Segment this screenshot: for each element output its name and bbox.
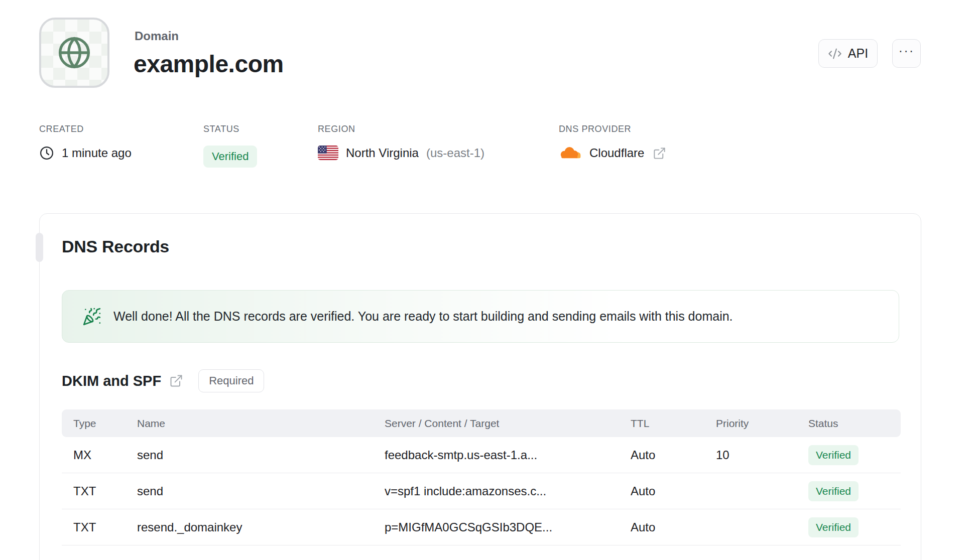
verified-badge: Verified <box>808 481 859 501</box>
page-kicker: Domain <box>135 29 179 43</box>
domain-avatar <box>39 18 109 88</box>
region-name: North Virginia <box>346 146 419 160</box>
cell-content: v=spf1 include:amazonses.c... <box>373 484 619 498</box>
column-header-ttl: TTL <box>619 417 704 430</box>
cell-status: Verified <box>797 481 901 501</box>
column-header-priority: Priority <box>704 417 797 430</box>
status-label: STATUS <box>203 124 257 134</box>
required-badge: Required <box>198 369 264 392</box>
cell-priority: 10 <box>704 448 797 462</box>
cell-ttl: Auto <box>619 448 704 462</box>
dns-table-body: MX send feedback-smtp.us-east-1.a... Aut… <box>62 437 901 545</box>
meta-status: STATUS Verified <box>203 124 257 168</box>
more-button[interactable]: ··· <box>892 39 921 68</box>
dkim-spf-title: DKIM and SPF <box>62 373 161 389</box>
created-label: CREATED <box>39 124 132 134</box>
region-label: REGION <box>318 124 484 134</box>
meta-dns-provider: DNS PROVIDER Cloudflar <box>559 124 666 161</box>
dkim-spf-section-header: DKIM and SPF Required <box>62 369 264 392</box>
api-button-label: API <box>848 46 868 61</box>
table-header-row: Type Name Server / Content / Target TTL … <box>62 409 901 437</box>
cell-ttl: Auto <box>619 520 704 534</box>
cell-content: feedback-smtp.us-east-1.a... <box>373 448 619 462</box>
dns-provider-label: DNS PROVIDER <box>559 124 666 134</box>
column-header-type: Type <box>62 417 126 430</box>
ellipsis-icon: ··· <box>899 43 915 59</box>
column-header-name: Name <box>126 417 373 430</box>
table-row[interactable]: TXT resend._domainkey p=MIGfMA0GCSqGSIb3… <box>62 509 901 545</box>
table-row[interactable]: MX send feedback-smtp.us-east-1.a... Aut… <box>62 437 901 473</box>
banner-message: Well done! All the DNS records are verif… <box>113 309 733 324</box>
section-indicator-pill <box>36 233 43 262</box>
verified-badge: Verified <box>808 445 859 465</box>
created-value: 1 minute ago <box>62 146 132 160</box>
cell-name: send <box>126 484 373 498</box>
cell-content: p=MIGfMA0GCSqGSIb3DQE... <box>373 520 619 534</box>
verified-badge: Verified <box>808 517 859 537</box>
code-icon <box>828 47 842 61</box>
status-badge: Verified <box>203 146 257 168</box>
external-link-icon[interactable] <box>653 147 666 160</box>
meta-created: CREATED 1 minute ago <box>39 124 132 161</box>
dns-provider-name: Cloudflare <box>589 146 644 160</box>
page-title: example.com <box>134 50 284 78</box>
external-link-icon[interactable] <box>169 374 183 388</box>
api-button[interactable]: API <box>818 39 878 68</box>
cell-name: send <box>126 448 373 462</box>
success-banner: Well done! All the DNS records are verif… <box>62 290 899 343</box>
clock-icon <box>39 146 54 161</box>
dns-records-card: DNS Records Well done! All the DNS recor… <box>39 213 921 560</box>
meta-region: REGION <box>318 124 484 160</box>
domain-detail-page: Domain example.com API ··· CREATED 1 min… <box>0 0 976 560</box>
table-row[interactable]: TXT send v=spf1 include:amazonses.c... A… <box>62 473 901 509</box>
dns-records-title: DNS Records <box>62 237 169 256</box>
cell-type: MX <box>62 448 126 462</box>
party-popper-icon <box>82 307 101 326</box>
column-header-status: Status <box>797 417 901 430</box>
cell-status: Verified <box>797 517 901 537</box>
column-header-content: Server / Content / Target <box>373 417 619 430</box>
cell-ttl: Auto <box>619 484 704 498</box>
cell-type: TXT <box>62 484 126 498</box>
cell-name: resend._domainkey <box>126 520 373 534</box>
region-code: (us-east-1) <box>426 146 484 160</box>
us-flag-icon <box>318 146 338 160</box>
cell-status: Verified <box>797 445 901 465</box>
globe-icon <box>57 36 91 70</box>
cell-type: TXT <box>62 520 126 534</box>
cloudflare-icon <box>559 146 582 161</box>
dns-records-table: Type Name Server / Content / Target TTL … <box>62 409 901 545</box>
